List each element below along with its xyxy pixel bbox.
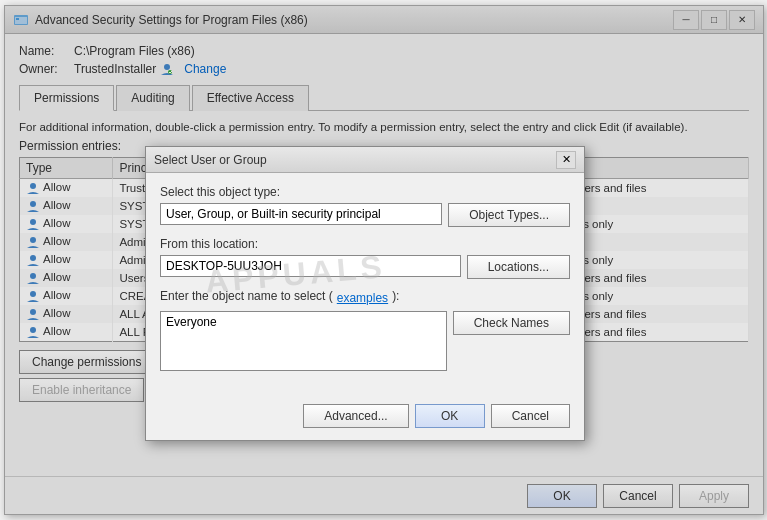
location-input-wrapper <box>160 255 461 279</box>
object-type-input-wrapper <box>160 203 442 227</box>
dialog-ok-button[interactable]: OK <box>415 404 485 428</box>
object-type-label: Select this object type: <box>160 185 570 199</box>
object-name-input[interactable]: Everyone <box>160 311 447 371</box>
check-names-button[interactable]: Check Names <box>453 311 570 335</box>
select-user-dialog: Select User or Group ✕ Select this objec… <box>145 146 585 441</box>
dialog-content: Select this object type: Object Types...… <box>146 173 584 396</box>
examples-link[interactable]: examples <box>337 291 388 305</box>
location-row: Locations... <box>160 255 570 279</box>
object-name-label-end: ): <box>392 289 399 303</box>
object-name-input-wrapper: Everyone <box>160 311 447 374</box>
dialog-overlay: APPUALS Select User or Group ✕ Select th… <box>5 6 763 514</box>
location-input[interactable] <box>160 255 461 277</box>
object-types-button[interactable]: Object Types... <box>448 203 570 227</box>
main-window: Advanced Security Settings for Program F… <box>4 5 764 515</box>
object-name-row: Everyone Check Names <box>160 311 570 374</box>
dialog-footer: Advanced... OK Cancel <box>146 396 584 440</box>
dialog-cancel-button[interactable]: Cancel <box>491 404 570 428</box>
dialog-title-text: Select User or Group <box>154 153 267 167</box>
object-type-input[interactable] <box>160 203 442 225</box>
locations-button[interactable]: Locations... <box>467 255 570 279</box>
dialog-close-button[interactable]: ✕ <box>556 151 576 169</box>
dialog-title-bar: Select User or Group ✕ <box>146 147 584 173</box>
object-type-row: Object Types... <box>160 203 570 227</box>
object-name-label: Enter the object name to select ( <box>160 289 333 303</box>
location-label: From this location: <box>160 237 570 251</box>
advanced-button[interactable]: Advanced... <box>303 404 408 428</box>
